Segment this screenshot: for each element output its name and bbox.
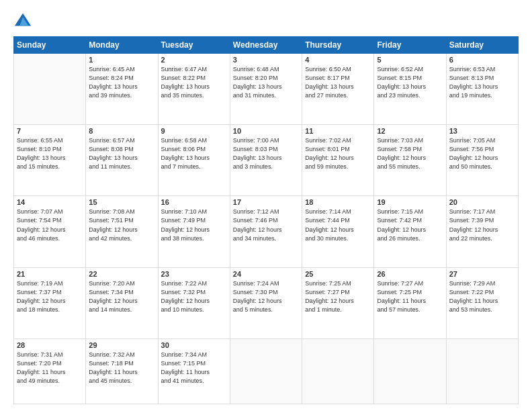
day-info: Sunrise: 7:22 AM Sunset: 7:32 PM Dayligh… [161, 279, 227, 314]
day-number: 4 [305, 56, 371, 64]
day-number: 5 [377, 56, 443, 64]
day-cell [14, 54, 86, 125]
day-cell: 19Sunrise: 7:15 AM Sunset: 7:42 PM Dayli… [374, 196, 446, 267]
day-info: Sunrise: 6:55 AM Sunset: 8:10 PM Dayligh… [17, 136, 83, 171]
day-number: 29 [89, 341, 154, 349]
col-header-thursday: Thursday [302, 37, 374, 54]
day-info: Sunrise: 7:31 AM Sunset: 7:20 PM Dayligh… [17, 351, 83, 385]
day-cell: 28Sunrise: 7:31 AM Sunset: 7:20 PM Dayli… [14, 338, 86, 404]
day-number: 24 [233, 270, 299, 278]
logo [13, 12, 35, 31]
day-number: 10 [233, 127, 299, 135]
day-cell: 26Sunrise: 7:27 AM Sunset: 7:25 PM Dayli… [374, 267, 446, 338]
day-cell: 20Sunrise: 7:17 AM Sunset: 7:39 PM Dayli… [446, 196, 518, 267]
col-header-saturday: Saturday [446, 37, 518, 54]
day-cell: 12Sunrise: 7:03 AM Sunset: 7:58 PM Dayli… [374, 125, 446, 196]
day-cell [230, 338, 302, 404]
day-number: 26 [377, 270, 443, 278]
day-number: 27 [449, 270, 515, 278]
day-cell: 6Sunrise: 6:53 AM Sunset: 8:13 PM Daylig… [446, 54, 518, 125]
day-info: Sunrise: 7:10 AM Sunset: 7:49 PM Dayligh… [161, 208, 227, 242]
col-header-tuesday: Tuesday [158, 37, 230, 54]
day-info: Sunrise: 7:08 AM Sunset: 7:51 PM Dayligh… [89, 208, 154, 242]
day-cell: 1Sunrise: 6:45 AM Sunset: 8:24 PM Daylig… [86, 54, 158, 125]
week-row-3: 21Sunrise: 7:19 AM Sunset: 7:37 PM Dayli… [14, 267, 519, 338]
day-info: Sunrise: 7:24 AM Sunset: 7:30 PM Dayligh… [233, 279, 299, 314]
day-number: 6 [449, 56, 515, 64]
day-cell: 27Sunrise: 7:29 AM Sunset: 7:22 PM Dayli… [446, 267, 518, 338]
day-cell: 22Sunrise: 7:20 AM Sunset: 7:34 PM Dayli… [86, 267, 158, 338]
day-cell: 5Sunrise: 6:52 AM Sunset: 8:15 PM Daylig… [374, 54, 446, 125]
col-header-sunday: Sunday [14, 37, 86, 54]
day-number: 9 [161, 127, 227, 135]
day-cell: 10Sunrise: 7:00 AM Sunset: 8:03 PM Dayli… [230, 125, 302, 196]
day-cell: 18Sunrise: 7:14 AM Sunset: 7:44 PM Dayli… [302, 196, 374, 267]
day-cell: 16Sunrise: 7:10 AM Sunset: 7:49 PM Dayli… [158, 196, 230, 267]
week-row-4: 28Sunrise: 7:31 AM Sunset: 7:20 PM Dayli… [14, 338, 519, 404]
day-number: 12 [377, 127, 443, 135]
day-number: 14 [17, 198, 83, 206]
day-cell [374, 338, 446, 404]
day-cell: 25Sunrise: 7:25 AM Sunset: 7:27 PM Dayli… [302, 267, 374, 338]
day-number: 28 [17, 341, 83, 349]
calendar: SundayMondayTuesdayWednesdayThursdayFrid… [13, 36, 519, 404]
day-cell: 2Sunrise: 6:47 AM Sunset: 8:22 PM Daylig… [158, 54, 230, 125]
day-info: Sunrise: 7:00 AM Sunset: 8:03 PM Dayligh… [233, 136, 299, 171]
day-info: Sunrise: 7:17 AM Sunset: 7:39 PM Dayligh… [449, 208, 515, 242]
day-cell: 14Sunrise: 7:07 AM Sunset: 7:54 PM Dayli… [14, 196, 86, 267]
day-info: Sunrise: 7:03 AM Sunset: 7:58 PM Dayligh… [377, 136, 443, 171]
day-number: 13 [449, 127, 515, 135]
day-info: Sunrise: 7:29 AM Sunset: 7:22 PM Dayligh… [449, 279, 515, 314]
day-number: 1 [89, 56, 154, 64]
col-header-wednesday: Wednesday [230, 37, 302, 54]
day-info: Sunrise: 7:14 AM Sunset: 7:44 PM Dayligh… [305, 208, 371, 242]
day-info: Sunrise: 6:50 AM Sunset: 8:17 PM Dayligh… [305, 65, 371, 100]
day-number: 2 [161, 56, 227, 64]
day-info: Sunrise: 7:15 AM Sunset: 7:42 PM Dayligh… [377, 208, 443, 242]
day-info: Sunrise: 7:32 AM Sunset: 7:18 PM Dayligh… [89, 351, 154, 385]
day-number: 11 [305, 127, 371, 135]
day-info: Sunrise: 6:45 AM Sunset: 8:24 PM Dayligh… [89, 65, 154, 100]
day-number: 18 [305, 198, 371, 206]
day-cell: 21Sunrise: 7:19 AM Sunset: 7:37 PM Dayli… [14, 267, 86, 338]
day-number: 3 [233, 56, 299, 64]
page: SundayMondayTuesdayWednesdayThursdayFrid… [0, 0, 532, 411]
day-info: Sunrise: 6:47 AM Sunset: 8:22 PM Dayligh… [161, 65, 227, 100]
day-info: Sunrise: 6:52 AM Sunset: 8:15 PM Dayligh… [377, 65, 443, 100]
day-number: 30 [161, 341, 227, 349]
day-cell: 15Sunrise: 7:08 AM Sunset: 7:51 PM Dayli… [86, 196, 158, 267]
day-info: Sunrise: 6:48 AM Sunset: 8:20 PM Dayligh… [233, 65, 299, 100]
day-number: 17 [233, 198, 299, 206]
day-info: Sunrise: 7:05 AM Sunset: 7:56 PM Dayligh… [449, 136, 515, 171]
day-cell: 30Sunrise: 7:34 AM Sunset: 7:15 PM Dayli… [158, 338, 230, 404]
day-cell: 29Sunrise: 7:32 AM Sunset: 7:18 PM Dayli… [86, 338, 158, 404]
day-number: 7 [17, 127, 83, 135]
day-number: 20 [449, 198, 515, 206]
day-cell: 4Sunrise: 6:50 AM Sunset: 8:17 PM Daylig… [302, 54, 374, 125]
day-info: Sunrise: 7:19 AM Sunset: 7:37 PM Dayligh… [17, 279, 83, 314]
day-info: Sunrise: 6:58 AM Sunset: 8:06 PM Dayligh… [161, 136, 227, 171]
day-info: Sunrise: 7:12 AM Sunset: 7:46 PM Dayligh… [233, 208, 299, 242]
day-info: Sunrise: 7:20 AM Sunset: 7:34 PM Dayligh… [89, 279, 154, 314]
day-number: 19 [377, 198, 443, 206]
day-info: Sunrise: 7:27 AM Sunset: 7:25 PM Dayligh… [377, 279, 443, 314]
day-info: Sunrise: 6:53 AM Sunset: 8:13 PM Dayligh… [449, 65, 515, 100]
day-cell: 3Sunrise: 6:48 AM Sunset: 8:20 PM Daylig… [230, 54, 302, 125]
day-cell: 17Sunrise: 7:12 AM Sunset: 7:46 PM Dayli… [230, 196, 302, 267]
header [13, 12, 519, 31]
day-info: Sunrise: 7:34 AM Sunset: 7:15 PM Dayligh… [161, 351, 227, 385]
week-row-0: 1Sunrise: 6:45 AM Sunset: 8:24 PM Daylig… [14, 54, 519, 125]
day-number: 15 [89, 198, 154, 206]
day-cell: 11Sunrise: 7:02 AM Sunset: 8:01 PM Dayli… [302, 125, 374, 196]
day-number: 23 [161, 270, 227, 278]
day-cell: 9Sunrise: 6:58 AM Sunset: 8:06 PM Daylig… [158, 125, 230, 196]
day-cell: 24Sunrise: 7:24 AM Sunset: 7:30 PM Dayli… [230, 267, 302, 338]
day-cell: 13Sunrise: 7:05 AM Sunset: 7:56 PM Dayli… [446, 125, 518, 196]
day-cell: 7Sunrise: 6:55 AM Sunset: 8:10 PM Daylig… [14, 125, 86, 196]
day-number: 21 [17, 270, 83, 278]
day-info: Sunrise: 7:02 AM Sunset: 8:01 PM Dayligh… [305, 136, 371, 171]
day-cell [446, 338, 518, 404]
day-cell: 8Sunrise: 6:57 AM Sunset: 8:08 PM Daylig… [86, 125, 158, 196]
day-info: Sunrise: 7:25 AM Sunset: 7:27 PM Dayligh… [305, 279, 371, 314]
day-number: 25 [305, 270, 371, 278]
